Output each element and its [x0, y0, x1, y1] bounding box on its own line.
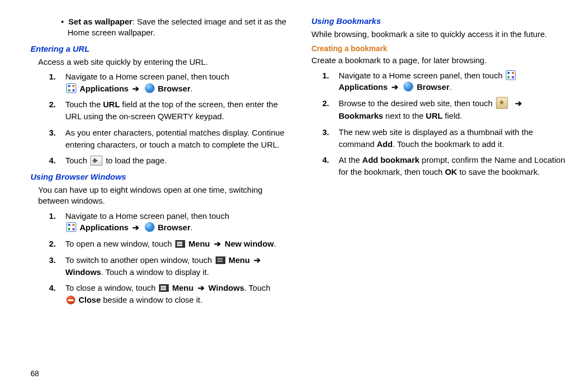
applications-icon	[66, 83, 76, 93]
right-column: Using Bookmarks While browsing, bookmark…	[311, 16, 571, 365]
bookmarks-intro: While browsing, bookmark a site to quick…	[311, 29, 571, 40]
url-intro: Access a web site quickly by entering th…	[38, 57, 290, 68]
win-step-2: 2. To open a new window, touch Menu ➔ Ne…	[49, 238, 290, 250]
bm-step-1: 1. Navigate to a Home screen panel, then…	[322, 70, 571, 94]
page-number: 68	[30, 369, 39, 378]
browser-icon	[145, 222, 155, 232]
menu-icon	[216, 256, 225, 264]
url-steps: 1. Navigate to a Home screen panel, then…	[49, 71, 290, 167]
applications-icon	[506, 70, 516, 80]
url-step-3: 3. As you enter characters, potential ma…	[49, 127, 290, 151]
manual-page: • Set as wallpaper: Save the selected im…	[0, 0, 588, 370]
bm-step-3: 3. The new web site is displayed as a th…	[322, 126, 571, 150]
bookmark-icon	[496, 97, 508, 109]
url-step-2: 2. Touch the URL field at the top of the…	[49, 99, 290, 122]
bm-step-4: 4. At the Add bookmark prompt, confirm t…	[322, 154, 571, 178]
go-arrow-icon	[90, 156, 102, 166]
close-icon	[66, 296, 75, 304]
heading-bookmarks: Using Bookmarks	[311, 16, 571, 26]
heading-entering-url: Entering a URL	[30, 44, 290, 53]
browser-icon	[145, 83, 155, 93]
bullet-set-wallpaper: • Set as wallpaper: Save the selected im…	[61, 16, 290, 39]
url-step-1: 1. Navigate to a Home screen panel, then…	[49, 71, 290, 95]
win-step-3: 3. To switch to another open window, tou…	[49, 254, 290, 278]
menu-icon	[175, 240, 185, 248]
bm-step-2: 2. Browse to the desired web site, then …	[322, 97, 571, 122]
heading-creating-bookmark: Creating a bookmark	[311, 44, 571, 53]
applications-icon	[66, 222, 76, 232]
create-intro: Create a bookmark to a page, for later b…	[311, 55, 571, 66]
windows-intro: You can have up to eight windows open at…	[38, 185, 290, 207]
bookmark-steps: 1. Navigate to a Home screen panel, then…	[322, 70, 571, 178]
win-step-1: 1. Navigate to a Home screen panel, then…	[49, 210, 290, 234]
win-step-4: 4. To close a window, touch Menu ➔ Windo…	[49, 282, 290, 306]
heading-browser-windows: Using Browser Windows	[30, 172, 290, 181]
browser-icon	[403, 82, 413, 91]
menu-icon	[159, 284, 169, 292]
url-step-4: 4. Touch to load the page.	[49, 155, 290, 167]
windows-steps: 1. Navigate to a Home screen panel, then…	[49, 210, 290, 306]
left-column: • Set as wallpaper: Save the selected im…	[30, 16, 290, 365]
bullet-label: Set as wallpaper	[69, 17, 133, 26]
